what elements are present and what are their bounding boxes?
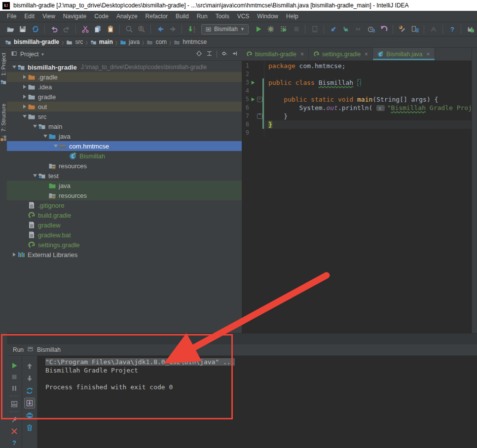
toolbar-open-button[interactable] bbox=[4, 23, 17, 35]
menu-window[interactable]: Window bbox=[253, 13, 282, 20]
toolbar-cut-button[interactable] bbox=[79, 23, 92, 35]
tree-item-gradlew[interactable]: gradlew bbox=[7, 220, 242, 230]
toolbar-find-button[interactable] bbox=[123, 23, 136, 35]
toolbar-undo-button[interactable] bbox=[48, 23, 61, 35]
chevron-down-icon[interactable] bbox=[21, 115, 28, 118]
chevron-down-icon[interactable] bbox=[42, 135, 48, 138]
tree-item-out[interactable]: out bbox=[7, 102, 242, 112]
run-printer-button[interactable] bbox=[22, 409, 37, 421]
project-panel-title[interactable]: Project bbox=[20, 51, 38, 58]
toolbar-compile-button[interactable]: 011001 bbox=[185, 23, 198, 35]
toolbar-run-button[interactable] bbox=[252, 23, 265, 35]
toolbar-settings-button[interactable] bbox=[396, 23, 409, 35]
run-rerun-button[interactable] bbox=[7, 360, 22, 371]
toolbar-ant-button[interactable] bbox=[427, 23, 440, 35]
breadcrumb-hmtmcse[interactable]: hmtmcse bbox=[174, 38, 207, 45]
toolbar-vcs-commit-button[interactable] bbox=[339, 23, 352, 35]
tree-item-java[interactable]: java bbox=[7, 181, 242, 190]
breadcrumb-com[interactable]: com bbox=[147, 38, 167, 45]
chevron-down-icon[interactable]: ▾ bbox=[41, 52, 44, 57]
tree-item-build-gradle[interactable]: build.gradle bbox=[7, 210, 242, 220]
run-close-button[interactable] bbox=[7, 425, 22, 437]
code-text[interactable]: } bbox=[264, 112, 472, 120]
toolbar-stop-button[interactable] bbox=[290, 23, 303, 35]
run-pin-button[interactable] bbox=[7, 414, 22, 425]
chevron-right-icon[interactable] bbox=[21, 105, 28, 109]
toolbar-history-button[interactable] bbox=[365, 23, 378, 35]
breadcrumb-src[interactable]: src bbox=[66, 38, 83, 45]
struct-stripe-icon[interactable] bbox=[0, 135, 7, 142]
toolbar-debug-button[interactable] bbox=[264, 23, 277, 35]
tree-item-gradle[interactable]: .gradle bbox=[7, 72, 242, 82]
code-text[interactable] bbox=[264, 70, 472, 78]
run-line-icon[interactable] bbox=[249, 80, 257, 85]
toolbar-redo-button[interactable] bbox=[60, 23, 73, 35]
run-tab-label[interactable]: Run bbox=[13, 346, 24, 353]
toolbar-copy-button[interactable] bbox=[92, 23, 105, 35]
menu-tools[interactable]: Tools bbox=[212, 13, 233, 20]
breadcrumb-main[interactable]: main bbox=[90, 38, 113, 45]
toolbar-paste-button[interactable] bbox=[104, 23, 117, 35]
menu-navigate[interactable]: Navigate bbox=[59, 13, 90, 20]
run-help-button[interactable]: ? bbox=[7, 437, 22, 448]
toolbar-help-button[interactable]: ? bbox=[446, 23, 459, 35]
proj-stripe-icon[interactable] bbox=[0, 79, 7, 85]
toolbar-plugin-button[interactable] bbox=[464, 23, 477, 35]
code-text[interactable]: package com.hmtmcse; bbox=[264, 62, 472, 70]
run-pause-button[interactable] bbox=[7, 382, 22, 394]
run-configuration-combo[interactable]: Bismillah▼ bbox=[201, 24, 249, 35]
code-text[interactable]: public class Bismillah { bbox=[264, 78, 472, 87]
tree-item-bismillah[interactable]: CBismillah bbox=[7, 151, 242, 161]
tree-item-resources[interactable]: resources bbox=[7, 190, 242, 200]
breadcrumb-java[interactable]: java bbox=[120, 38, 140, 45]
menu-help[interactable]: Help bbox=[282, 13, 302, 20]
close-icon[interactable]: × bbox=[365, 51, 368, 58]
run-line-icon[interactable] bbox=[249, 97, 257, 102]
toolbar-structure-button[interactable] bbox=[409, 23, 422, 35]
tree-item-src[interactable]: src bbox=[7, 112, 242, 121]
editor-tab-settings-gradle[interactable]: settings.gradle× bbox=[309, 48, 373, 60]
run-scrollend-button[interactable] bbox=[22, 397, 37, 409]
close-icon[interactable]: × bbox=[426, 51, 430, 58]
menu-edit[interactable]: Edit bbox=[20, 13, 38, 20]
chevron-right-icon[interactable] bbox=[21, 85, 28, 89]
code-text[interactable]: } bbox=[264, 120, 472, 129]
menu-build[interactable]: Build bbox=[172, 13, 193, 20]
toolbar-sync-button[interactable] bbox=[29, 23, 42, 35]
breadcrumb-bismillah-gradle[interactable]: bismillah-gradle bbox=[5, 38, 59, 45]
code-text[interactable] bbox=[264, 129, 472, 137]
tree-item-idea[interactable]: .idea bbox=[7, 82, 242, 92]
run-console-button[interactable] bbox=[7, 398, 22, 410]
chevron-down-icon[interactable] bbox=[32, 125, 38, 128]
chevron-down-icon[interactable] bbox=[32, 174, 38, 177]
project-header-target-button[interactable] bbox=[196, 50, 202, 58]
chevron-right-icon[interactable] bbox=[21, 75, 28, 79]
run-trash-button[interactable] bbox=[22, 421, 37, 434]
run-console[interactable]: "C:\Program Files\Java\jdk1.8.0_152\bin\… bbox=[37, 356, 477, 448]
toolbar-rollback-button[interactable] bbox=[377, 23, 390, 35]
menu-refactor[interactable]: Refactor bbox=[142, 13, 172, 20]
code-editor[interactable]: 1package com.hmtmcse;23public class Bism… bbox=[242, 61, 472, 137]
toolbar-back-button[interactable] bbox=[154, 23, 167, 35]
menu-file[interactable]: File bbox=[3, 13, 20, 20]
chevron-down-icon[interactable] bbox=[52, 145, 59, 148]
menu-view[interactable]: View bbox=[38, 13, 59, 20]
code-text[interactable]: System.out.println( x:"Bismillah Gradle … bbox=[264, 104, 477, 112]
code-text[interactable] bbox=[264, 87, 472, 95]
tree-item-test[interactable]: test bbox=[7, 171, 242, 181]
tree-item-bismillah-gradle[interactable]: bismillah-gradleJ:\map_to_drive\Desktop\… bbox=[7, 62, 242, 72]
tree-item-gitignore[interactable]: .gitignore bbox=[7, 200, 242, 210]
code-text[interactable]: public static void main(String[] args) { bbox=[264, 95, 472, 104]
toolbar-forward-button[interactable] bbox=[167, 23, 180, 35]
editor-tab-bismillah-gradle[interactable]: bismillah-gradle× bbox=[242, 48, 309, 60]
close-icon[interactable]: × bbox=[300, 51, 304, 58]
toolbar-vcs-x-button[interactable] bbox=[352, 23, 365, 35]
project-header-gear-button[interactable] bbox=[221, 50, 227, 58]
menu-code[interactable]: Code bbox=[90, 13, 112, 20]
tree-item-gradle[interactable]: gradle bbox=[7, 92, 242, 102]
run-down-button[interactable] bbox=[22, 372, 37, 384]
run-stop-button[interactable] bbox=[7, 371, 22, 382]
chevron-right-icon[interactable] bbox=[11, 253, 17, 257]
tree-item-main[interactable]: main bbox=[7, 121, 242, 131]
tool-stripe-project[interactable]: 1: Project bbox=[0, 53, 6, 75]
